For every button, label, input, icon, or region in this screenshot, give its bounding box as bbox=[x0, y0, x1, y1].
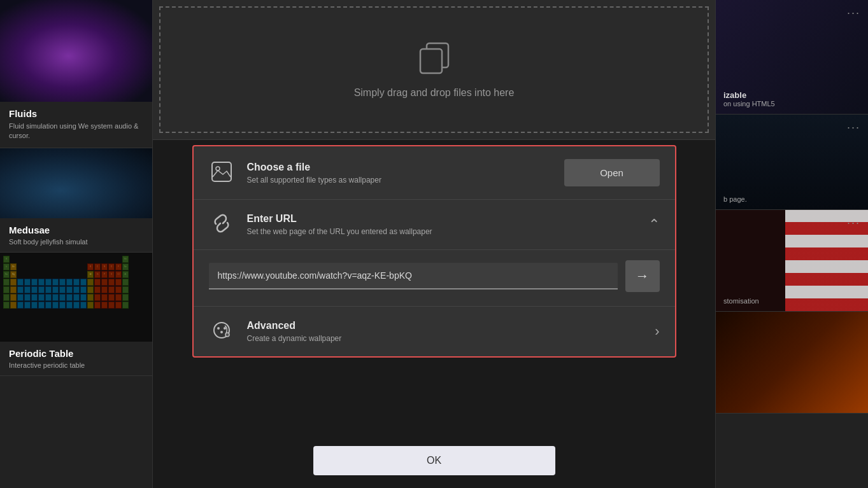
file-icon bbox=[209, 160, 234, 186]
main-dialog: Choose a file Set all supported file typ… bbox=[192, 145, 676, 358]
chevron-up-icon: ⌃ bbox=[648, 216, 660, 233]
enter-url-info: Enter URL Set the web page of the URL yo… bbox=[247, 213, 636, 236]
ok-button[interactable]: OK bbox=[313, 446, 555, 475]
medusae-desc: Soft body jellyfish simulat bbox=[9, 238, 143, 246]
periodic-table-title: Periodic Table bbox=[9, 348, 143, 359]
medusae-title: Medusae bbox=[9, 225, 143, 235]
customizable-desc: on using HTML5 bbox=[723, 100, 849, 108]
enter-url-title: Enter URL bbox=[247, 213, 636, 225]
sidebar-card-periodic-table[interactable]: H He Li Be B C N O F Ne Na Mg Al Si P bbox=[0, 253, 152, 376]
more-icon-customisation[interactable]: ··· bbox=[847, 216, 860, 230]
svg-point-8 bbox=[225, 333, 229, 337]
url-input-area: → bbox=[194, 250, 675, 307]
choose-file-info: Choose a file Set all supported file typ… bbox=[247, 162, 551, 185]
drag-drop-text: Simply drag and drop files into here bbox=[354, 87, 515, 99]
fluids-title: Fluids bbox=[9, 108, 143, 119]
advanced-desc: Create a dynamic wallpaper bbox=[247, 334, 643, 343]
svg-point-6 bbox=[224, 327, 226, 330]
svg-rect-2 bbox=[212, 162, 231, 181]
more-icon-webpage[interactable]: ··· bbox=[847, 121, 860, 134]
url-icon bbox=[209, 213, 234, 237]
more-icon-customizable[interactable]: ··· bbox=[847, 6, 860, 20]
advanced-title: Advanced bbox=[247, 320, 643, 331]
advanced-info: Advanced Create a dynamic wallpaper bbox=[247, 320, 643, 343]
sidebar-card-fluids[interactable]: Fluids Fluid simulation using We system … bbox=[0, 0, 152, 148]
url-input[interactable] bbox=[209, 263, 618, 289]
enter-url-desc: Set the web page of the URL you entered … bbox=[247, 227, 636, 236]
webpage-desc: b page. bbox=[723, 195, 849, 203]
enter-url-row[interactable]: Enter URL Set the web page of the URL yo… bbox=[194, 200, 675, 250]
sidebar-card-customisation[interactable]: stomisation ··· bbox=[716, 210, 868, 312]
choose-file-row[interactable]: Choose a file Set all supported file typ… bbox=[194, 146, 675, 200]
fluids-desc: Fluid simulation using We system audio &… bbox=[9, 122, 143, 141]
open-button[interactable]: Open bbox=[564, 159, 660, 186]
svg-point-5 bbox=[217, 327, 220, 330]
svg-rect-1 bbox=[420, 49, 442, 73]
chevron-right-icon: › bbox=[655, 323, 659, 340]
choose-file-title: Choose a file bbox=[247, 162, 551, 173]
sidebar-card-fire[interactable] bbox=[716, 312, 868, 414]
periodic-table-desc: Interactive periodic table bbox=[9, 361, 143, 369]
sidebar-card-medusae[interactable]: Medusae Soft body jellyfish simulat bbox=[0, 148, 152, 253]
customizable-title: izable bbox=[723, 90, 849, 100]
sidebar-card-customizable[interactable]: izable on using HTML5 ··· bbox=[716, 0, 868, 115]
drag-drop-icon bbox=[415, 41, 453, 78]
advanced-row[interactable]: Advanced Create a dynamic wallpaper › bbox=[194, 307, 675, 356]
choose-file-desc: Set all supported file types as wallpape… bbox=[247, 176, 551, 185]
url-go-button[interactable]: → bbox=[625, 260, 660, 292]
customisation-desc: stomisation bbox=[723, 297, 849, 305]
svg-point-7 bbox=[220, 331, 223, 333]
advanced-icon bbox=[209, 319, 234, 344]
sidebar-card-webpage[interactable]: b page. ··· bbox=[716, 115, 868, 210]
